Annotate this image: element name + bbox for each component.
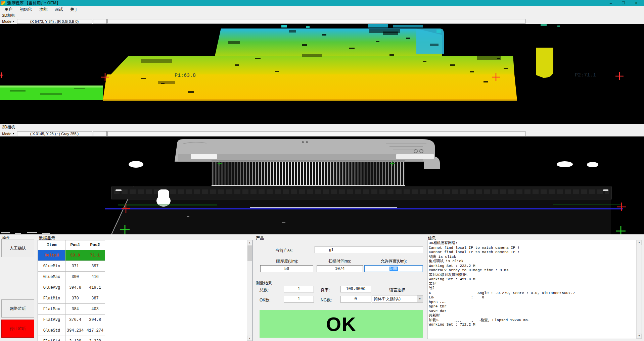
window-title: 测厚程序 【当前用户: OEM】 (7, 0, 60, 6)
log-line: Cannot find local IP to match camera IP … (429, 250, 640, 255)
status-banner: OK (260, 310, 423, 338)
scan-time-label: 扫描时间ms: (317, 259, 363, 264)
ng-count-input[interactable]: 0 (340, 296, 371, 302)
operation-button-1[interactable]: 人工确认 (1, 239, 34, 257)
cell-pos1: 384 (65, 304, 85, 315)
yield-label: 良率: (321, 287, 330, 293)
camera3d-toolbar: Mode ▼ (X 5473, Y 84) : (R 0,G 0,B 0) (0, 18, 644, 24)
p1-annotation: P1:63.8 (175, 73, 196, 78)
result-section-label: 测量结果 (256, 280, 272, 286)
cell-item: FlatMax (38, 304, 65, 315)
log-line: 等到3D取到灰度图数据。 (429, 273, 640, 278)
column-header: Pos1 (65, 240, 85, 250)
table-header: ItemPos1Pos2 (38, 240, 105, 250)
table-row-GlueAvg[interactable]: GlueAvg394.8419.1 (38, 282, 105, 293)
cell-pos2: 397 (85, 261, 105, 272)
camera3d-mode-button[interactable]: Mode ▼ (0, 19, 17, 24)
camera3d-pixel-readout: (X 5473, Y 84) : (R 0,G 0,B 0) (17, 19, 92, 24)
operation-button-2[interactable]: 网络监听 (1, 299, 34, 318)
allow-thickness-input[interactable]: 500 (364, 265, 423, 272)
log-line: 登陆 is click (429, 255, 640, 260)
window-controls: – ❐ ✕ (604, 1, 643, 5)
cell-item: FlatMin (38, 293, 65, 304)
menu-bar: 用户初始化功能调试关于 (0, 6, 644, 13)
cell-pos1: 390 (65, 272, 85, 282)
camera3d-status-box-long (107, 19, 525, 24)
cell-pos1: 2.139 (65, 336, 85, 341)
log-line: Working Set : 712.2 M (429, 323, 640, 327)
info-log[interactable]: 3D相机没有网络!Cannot find local IP to match c… (427, 240, 642, 339)
redaction-blob (438, 317, 481, 321)
redaction-blob (446, 307, 622, 312)
bottom-panel: 操作 人工确认网络监听停止监听 数据显示 ItemPos1Pos2 DeltaH… (0, 234, 644, 341)
menu-item-2[interactable]: 初始化 (16, 6, 36, 13)
cell-pos2: 417.274 (85, 325, 105, 336)
table-row-FlatMin[interactable]: FlatMin370387 (38, 293, 105, 304)
yield-input[interactable]: 100.000% (340, 286, 371, 292)
cell-item: GlueMax (38, 272, 65, 282)
column-header: Item (38, 240, 65, 250)
camera2d-pixel-readout: ( X 3145, Y 28 ) : ( Gray 255 ) (17, 131, 92, 136)
language-select[interactable]: 简体中文(默认) ▼ (372, 295, 423, 302)
table-row-GlueMax[interactable]: GlueMax390416 (38, 272, 105, 282)
log-line: Working Set : 421.0 M (429, 277, 640, 282)
selected-text: 500 (389, 267, 398, 271)
table-scrollbar[interactable]: ▲ ▼ (247, 240, 252, 341)
camera2d-mode-button[interactable]: Mode ▼ (0, 131, 17, 136)
language-label: 语言选择 (372, 287, 423, 293)
p2-annotation: P2:71.1 (575, 72, 596, 78)
minimize-button[interactable]: – (604, 1, 617, 5)
table-row-FlatMax[interactable]: FlatMax384403 (38, 304, 105, 315)
current-product-input[interactable]: g1 (315, 246, 423, 253)
menu-item-3[interactable]: 功能 (36, 6, 51, 13)
menu-item-5[interactable]: 关于 (66, 6, 82, 13)
current-product-label: 当前产品: (275, 248, 292, 253)
cell-pos2: 71.1 (85, 250, 105, 261)
camera2d-view[interactable] (0, 136, 644, 235)
scroll-up-icon[interactable]: ▲ (247, 240, 252, 245)
menu-item-1[interactable]: 用户 (1, 6, 16, 13)
chevron-down-icon: ▼ (12, 132, 15, 135)
chevron-down-icon[interactable]: ▼ (417, 295, 423, 302)
app-icon (1, 1, 5, 5)
scan-time-input[interactable]: 1074 (317, 265, 363, 272)
scroll-up-icon[interactable]: ▲ (637, 240, 642, 245)
film-thickness-input[interactable]: 50 (260, 265, 313, 272)
menu-item-4[interactable]: 调试 (51, 6, 66, 13)
table-row-GlueMin[interactable]: GlueMin371397 (38, 261, 105, 272)
cell-pos2: 416 (85, 272, 105, 282)
ok-count-input[interactable]: 1 (284, 296, 314, 302)
allow-thickness-label: 允许厚度(Um): (364, 259, 423, 264)
operation-button-3[interactable]: 停止监听 (1, 320, 34, 338)
cell-item: GlueStd (38, 325, 65, 336)
log-scrollbar[interactable]: ▲ ▼ (636, 240, 642, 339)
scroll-down-icon[interactable]: ▼ (637, 334, 642, 339)
cell-pos2: 2.229 (85, 336, 105, 341)
table-row-DeltaH[interactable]: DeltaH63.871.1 (38, 250, 105, 261)
log-line: 集成调试 is click (429, 259, 640, 264)
cell-pos1: 394.234 (65, 325, 85, 336)
grayscale-2d-image (0, 136, 644, 234)
camera3d-view[interactable]: P1:63.8 P2:71.1 (0, 24, 644, 124)
table-row-FlatAvg[interactable]: FlatAvg376.4394.8 (38, 315, 105, 325)
film-thickness-label: 膜厚度(Um): (260, 259, 314, 264)
log-line: CameraLV array to HImage time : 3 ms (429, 268, 640, 273)
height-map-3d-image: P1:63.8 P2:71.1 (0, 24, 644, 124)
log-line: Working Set : 223.2 M (429, 264, 640, 269)
close-button[interactable]: ✕ (630, 1, 643, 5)
cell-item: GlueMin (38, 261, 65, 272)
total-input[interactable]: 1 (284, 286, 314, 292)
cell-pos1: 63.8 (65, 250, 85, 261)
left-green-strip (0, 86, 103, 100)
cell-pos2: 394.8 (85, 315, 105, 325)
cell-pos1: 394.8 (65, 282, 85, 293)
cell-item: FlatStd (38, 336, 65, 341)
table-row-GlueStd[interactable]: GlueStd394.234417.274 (38, 325, 105, 336)
scroll-down-icon[interactable]: ▼ (247, 336, 252, 341)
cell-pos2: 387 (85, 293, 105, 304)
chevron-down-icon: ▼ (12, 20, 15, 22)
table-row-FlatStd[interactable]: FlatStd2.1392.229 (38, 336, 105, 341)
maximize-button[interactable]: ❐ (617, 1, 630, 5)
ng-count-label: NG数: (321, 297, 332, 303)
scrollbar-thumb[interactable] (247, 245, 252, 261)
